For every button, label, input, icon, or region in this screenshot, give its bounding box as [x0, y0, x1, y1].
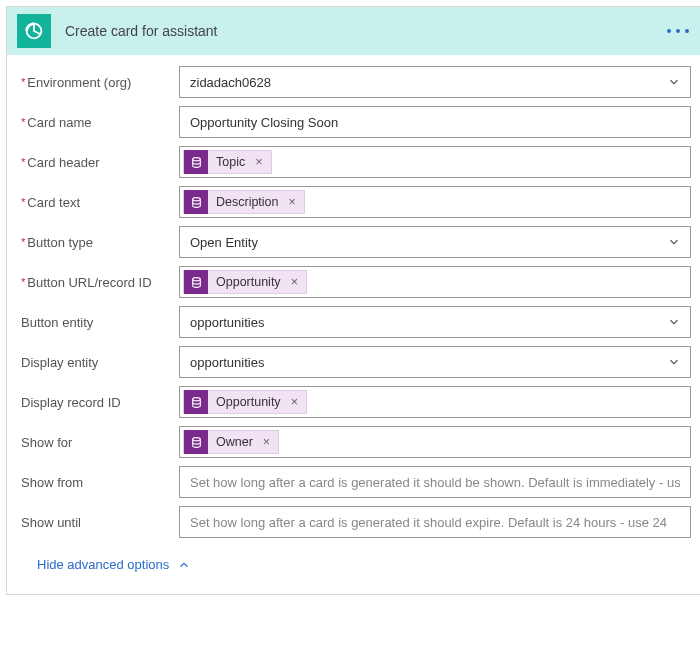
label-card-text: *Card text	[21, 195, 179, 210]
field-button-type: *Button type	[21, 223, 691, 261]
field-card-header: *Card header Topic ×	[21, 143, 691, 181]
label-show-from: Show from	[21, 475, 179, 490]
card-name-input[interactable]	[179, 106, 691, 138]
svg-point-2	[192, 197, 200, 200]
more-menu-button[interactable]	[661, 23, 695, 39]
database-icon	[184, 390, 208, 414]
remove-token-button[interactable]: ×	[253, 155, 270, 169]
token-topic[interactable]: Topic ×	[183, 150, 272, 174]
remove-token-button[interactable]: ×	[261, 435, 278, 449]
label-display-entity: Display entity	[21, 355, 179, 370]
svg-point-3	[192, 277, 200, 280]
card-header-input[interactable]: Topic ×	[179, 146, 691, 178]
field-card-text: *Card text Description ×	[21, 183, 691, 221]
field-show-for: Show for Owner ×	[21, 423, 691, 461]
label-button-entity: Button entity	[21, 315, 179, 330]
database-icon	[184, 150, 208, 174]
label-display-record-id: Display record ID	[21, 395, 179, 410]
label-card-name: *Card name	[21, 115, 179, 130]
svg-point-5	[192, 437, 200, 440]
environment-select[interactable]	[179, 66, 691, 98]
show-until-input[interactable]	[179, 506, 691, 538]
show-for-input[interactable]: Owner ×	[179, 426, 691, 458]
svg-point-4	[192, 397, 200, 400]
display-record-id-input[interactable]: Opportunity ×	[179, 386, 691, 418]
assistant-card-action: Create card for assistant *Environment (…	[6, 6, 700, 595]
action-body: *Environment (org) *Card name *Card head…	[7, 55, 700, 594]
label-show-until: Show until	[21, 515, 179, 530]
field-environment: *Environment (org)	[21, 63, 691, 101]
label-card-header: *Card header	[21, 155, 179, 170]
field-show-from: Show from	[21, 463, 691, 501]
show-from-input[interactable]	[179, 466, 691, 498]
field-button-url: *Button URL/record ID Opportunity ×	[21, 263, 691, 301]
action-title: Create card for assistant	[65, 23, 661, 39]
token-description[interactable]: Description ×	[183, 190, 305, 214]
token-owner[interactable]: Owner ×	[183, 430, 279, 454]
field-display-entity: Display entity	[21, 343, 691, 381]
svg-point-1	[192, 157, 200, 160]
button-entity-select[interactable]	[179, 306, 691, 338]
field-button-entity: Button entity	[21, 303, 691, 341]
field-show-until: Show until	[21, 503, 691, 541]
label-button-url: *Button URL/record ID	[21, 275, 179, 290]
token-opportunity[interactable]: Opportunity ×	[183, 270, 307, 294]
label-button-type: *Button type	[21, 235, 179, 250]
remove-token-button[interactable]: ×	[289, 275, 306, 289]
remove-token-button[interactable]: ×	[287, 195, 304, 209]
chevron-up-icon	[177, 558, 191, 572]
button-type-select[interactable]	[179, 226, 691, 258]
display-entity-select[interactable]	[179, 346, 691, 378]
button-url-input[interactable]: Opportunity ×	[179, 266, 691, 298]
database-icon	[184, 270, 208, 294]
action-logo-icon	[17, 14, 51, 48]
remove-token-button[interactable]: ×	[289, 395, 306, 409]
label-show-for: Show for	[21, 435, 179, 450]
field-display-record-id: Display record ID Opportunity ×	[21, 383, 691, 421]
label-environment: *Environment (org)	[21, 75, 179, 90]
action-header: Create card for assistant	[7, 7, 700, 55]
database-icon	[184, 190, 208, 214]
hide-advanced-options-link[interactable]: Hide advanced options	[21, 543, 691, 578]
database-icon	[184, 430, 208, 454]
token-opportunity[interactable]: Opportunity ×	[183, 390, 307, 414]
card-text-input[interactable]: Description ×	[179, 186, 691, 218]
field-card-name: *Card name	[21, 103, 691, 141]
